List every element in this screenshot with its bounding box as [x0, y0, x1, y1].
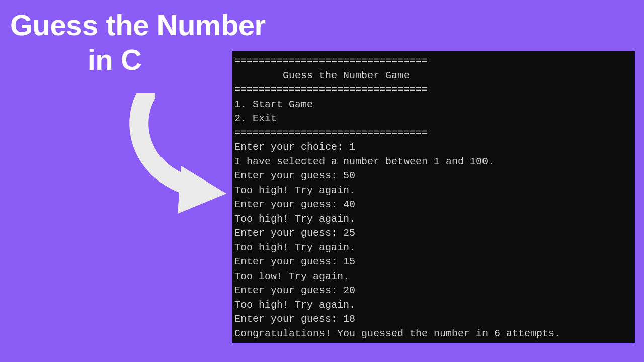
title-line-1: Guess the Number	[10, 9, 266, 41]
guess-line: Enter your guess: 18	[234, 313, 355, 325]
terminal-title: Guess the Number Game	[234, 70, 410, 81]
guess-line: Enter your guess: 50	[234, 170, 355, 182]
reply-line: Too high! Try again.	[234, 299, 355, 311]
guess-line: Enter your guess: 20	[234, 285, 355, 296]
reply-line: Congratulations! You guessed the number …	[234, 328, 560, 339]
menu-option-start: 1. Start Game	[234, 99, 313, 110]
divider-bottom: ================================	[234, 127, 428, 139]
reply-line: Too high! Try again.	[234, 213, 355, 225]
guess-line: Enter your guess: 25	[234, 227, 355, 239]
svg-marker-0	[178, 166, 226, 214]
title-line-2: in C	[10, 45, 219, 75]
arrow-icon	[128, 93, 226, 214]
divider-top: ================================	[234, 55, 428, 67]
page-title: Guess the Number in C	[10, 10, 266, 75]
reply-line: Too low! Try again.	[234, 270, 349, 282]
choice-prompt: Enter your choice: 1	[234, 141, 355, 153]
guess-line: Enter your guess: 15	[234, 256, 355, 267]
selected-message: I have selected a number between 1 and 1…	[234, 156, 494, 167]
reply-line: Too high! Try again.	[234, 242, 355, 253]
divider-mid: ================================	[234, 84, 428, 96]
guess-line: Enter your guess: 40	[234, 199, 355, 210]
terminal-window: ================================ Guess t…	[232, 51, 635, 343]
reply-line: Too high! Try again.	[234, 185, 355, 196]
menu-option-exit: 2. Exit	[234, 113, 277, 124]
